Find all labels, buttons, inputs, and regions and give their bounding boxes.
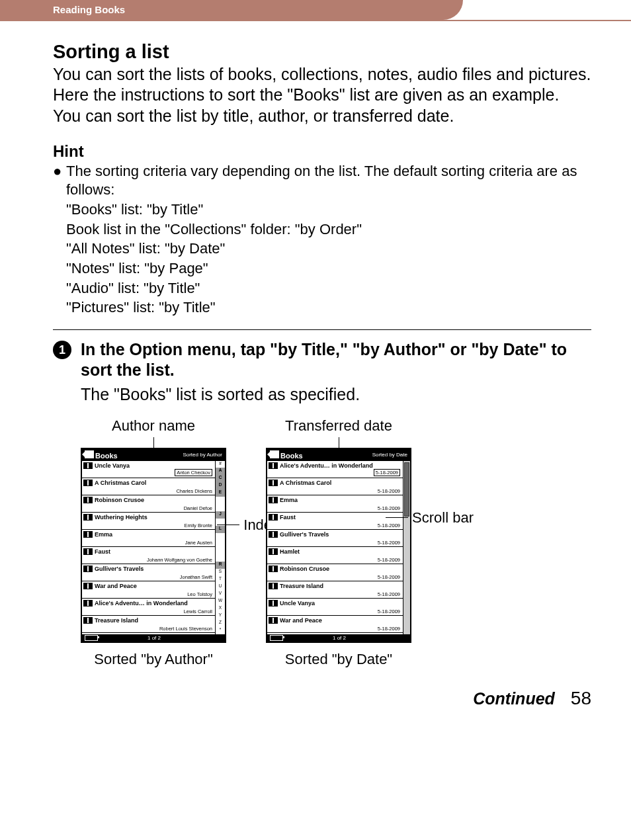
list-item[interactable]: War and Peace5-18-2009 [267,616,403,633]
book-icon [83,480,93,486]
callout-line [153,437,154,448]
index-letter[interactable]: A [216,468,225,475]
book-subtext: Jonathan Swift [180,574,212,580]
index-letter[interactable] [216,555,225,562]
book-icon [269,617,278,624]
index-letter[interactable]: E [216,489,225,497]
index-letter[interactable]: * [216,627,225,634]
callout-line [339,437,339,448]
index-letter[interactable] [216,497,225,504]
index-letter[interactable]: D [216,482,225,489]
book-icon [83,462,93,469]
book-icon [83,600,93,607]
index-letter[interactable]: Y [216,612,225,620]
book-subtext: 5-18-2009 [378,488,400,494]
index-letter[interactable] [216,504,225,511]
book-icon [269,497,278,503]
list-item[interactable]: Wuthering HeightsEmily Bronte [82,513,215,530]
callout-author-name: Author name [112,417,195,435]
step-title: In the Option menu, tap "by Title," "by … [81,339,591,381]
book-subtext: Anton Checkov [175,469,212,476]
hint-criteria-line: "Audio" list: "by Title" [66,278,591,298]
continued-label: Continued [473,689,555,708]
list-item[interactable]: Robinson CrusoeDaniel Defoe [82,495,215,513]
book-subtext: 5-18-2009 [378,591,400,597]
back-icon[interactable] [85,450,94,458]
device-title: Books [95,452,118,460]
book-subtext: Emily Bronte [184,523,212,528]
book-title: Hamlet [280,548,300,555]
index-letter[interactable]: # [216,461,225,468]
list-item[interactable]: Alice's Adventu… in Wonderland5-18-2009 [267,461,403,478]
list-item[interactable]: Uncle VanyaAnton Checkov [82,461,215,478]
book-icon [83,548,93,555]
list-item[interactable]: EmmaJane Austen [82,530,215,547]
index-letter[interactable] [216,540,225,548]
index-letter[interactable]: R [216,562,225,569]
back-icon[interactable] [270,450,279,458]
sort-mode-label: Sorted by Date [372,452,407,458]
book-icon [83,617,93,624]
book-icon [83,514,93,521]
list-item[interactable]: Hamlet5-18-2009 [267,547,403,564]
callout-scroll-bar: Scroll bar [386,510,474,526]
index-letter[interactable]: X [216,605,225,612]
device-author-sort: Books Sorted by Author Uncle VanyaAnton … [81,448,226,643]
list-item[interactable]: Emma5-18-2009 [267,495,403,513]
device-header: Books Sorted by Date [267,449,410,461]
book-title: A Christmas Carol [280,480,331,486]
list-item[interactable]: Faust5-18-2009 [267,513,403,530]
book-title: Uncle Vanya [280,600,315,607]
list-item[interactable]: A Christmas Carol5-18-2009 [267,478,403,495]
divider [53,329,591,330]
index-letter[interactable]: C [216,475,225,482]
list-item[interactable]: Gulliver's Travels5-18-2009 [267,530,403,547]
page-number: 58 [571,688,591,709]
index-letter[interactable] [216,548,225,555]
book-title: Treasure Island [95,617,138,624]
book-icon [269,480,278,486]
book-title: Gulliver's Travels [95,566,144,572]
list-item[interactable]: War and PeaceLeo Tolstoy [82,581,215,599]
list-item[interactable]: FaustJohann Wolfgang von Goethe [82,547,215,564]
caption-date: Sorted "by Date" [285,651,392,668]
book-title: Uncle Vanya [95,462,130,469]
device-title: Books [280,452,303,460]
list-item[interactable]: Uncle Vanya5-18-2009 [267,599,403,616]
index-letter[interactable]: T [216,576,225,583]
book-title: Alice's Adventu… in Wonderland [95,600,188,607]
book-subtext: Jane Austen [185,540,212,546]
book-icon [269,462,278,469]
index-letter[interactable]: V [216,591,225,598]
step-body: The "Books" list is sorted as specified. [81,385,591,404]
list-item[interactable]: A Christmas CarolCharles Dickens [82,478,215,495]
book-list[interactable]: Alice's Adventu… in Wonderland5-18-2009A… [267,461,403,634]
index-letter[interactable]: Z [216,620,225,627]
scroll-thumb[interactable] [404,462,409,517]
book-title: Alice's Adventu… in Wonderland [280,462,373,469]
index-letter[interactable]: U [216,583,225,591]
book-list[interactable]: Uncle VanyaAnton CheckovA Christmas Caro… [82,461,215,634]
page-indicator: 1 of 2 [147,635,161,641]
index-letter[interactable] [216,533,225,540]
list-item[interactable]: Treasure IslandRobert Louis Stevenson [82,616,215,633]
book-title: Treasure Island [280,583,323,589]
index-bar[interactable]: #ACDEJLRSTUVWXYZ* [215,461,225,634]
device-date-sort: Books Sorted by Date Alice's Adventu… in… [266,448,411,643]
list-item[interactable]: Gulliver's TravelsJonathan Swift [82,564,215,581]
index-letter[interactable]: S [216,569,225,576]
book-subtext: 5-18-2009 [378,574,400,580]
list-item[interactable]: Robinson Crusoe5-18-2009 [267,564,403,581]
book-title: Emma [280,497,298,503]
book-subtext: 5-18-2009 [374,469,400,476]
book-icon [269,566,278,572]
book-subtext: Daniel Defoe [184,505,212,511]
list-item[interactable]: Alice's Adventu… in WonderlandLewis Carr… [82,599,215,616]
scroll-bar[interactable] [403,461,410,634]
list-item[interactable]: Treasure Island5-18-2009 [267,581,403,599]
breadcrumb: Reading Books [0,0,463,20]
book-icon [269,514,278,521]
index-letter[interactable]: W [216,598,225,605]
hint-block: ● The sorting criteria vary depending on… [53,162,591,317]
book-title: A Christmas Carol [95,480,146,486]
